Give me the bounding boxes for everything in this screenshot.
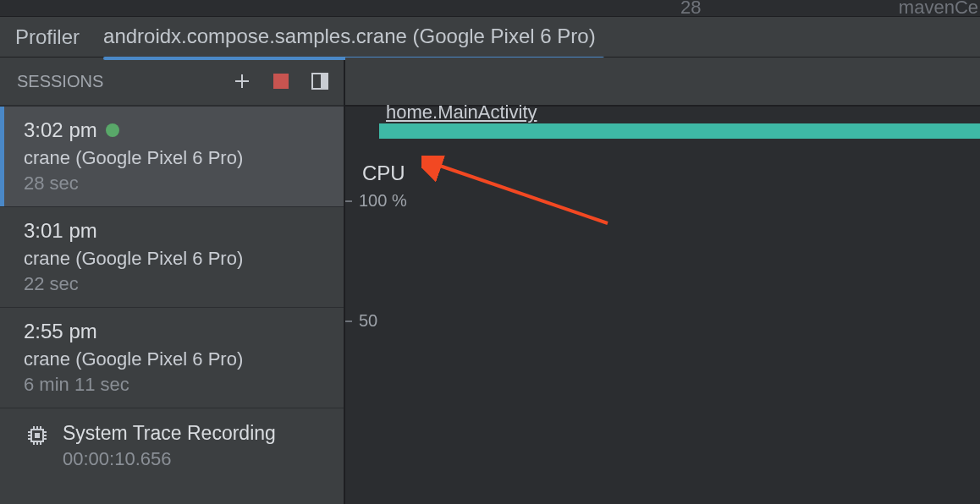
profiler-tab[interactable]: Profiler bbox=[15, 25, 80, 49]
session-time: 3:02 pm bbox=[24, 118, 97, 142]
axis-tick-50: 50 bbox=[345, 311, 377, 331]
trace-recording-item[interactable]: System Trace Recording 00:00:10.656 bbox=[0, 408, 344, 484]
axis-tick-100: 100 % bbox=[345, 191, 407, 211]
stop-icon bbox=[273, 74, 289, 89]
add-session-button[interactable] bbox=[232, 71, 252, 91]
session-duration: 28 sec bbox=[24, 173, 327, 194]
code-fragment: mavenCe bbox=[899, 0, 978, 19]
session-device: crane (Google Pixel 6 Pro) bbox=[24, 348, 327, 370]
recording-label: System Trace Recording bbox=[63, 422, 276, 445]
line-number: 28 bbox=[680, 0, 701, 19]
session-device: crane (Google Pixel 6 Pro) bbox=[24, 147, 327, 169]
cpu-chip-icon bbox=[25, 424, 49, 451]
session-item[interactable]: 3:02 pm crane (Google Pixel 6 Pro) 28 se… bbox=[0, 107, 344, 207]
sessions-sidebar: SESSIONS 3:02 pm crane (Google Pixel 6 P… bbox=[0, 58, 345, 504]
profiler-header: Profiler androidx.compose.samples.crane … bbox=[0, 17, 980, 58]
recording-timestamp: 00:00:10.656 bbox=[63, 448, 276, 470]
stop-recording-button[interactable] bbox=[271, 71, 291, 91]
session-time: 3:01 pm bbox=[24, 219, 97, 243]
cpu-section-label[interactable]: CPU bbox=[362, 162, 405, 185]
session-duration: 6 min 11 sec bbox=[24, 374, 327, 396]
panel-icon bbox=[311, 73, 328, 90]
session-duration: 22 sec bbox=[24, 273, 327, 295]
recording-status-icon bbox=[106, 123, 119, 137]
sessions-title: SESSIONS bbox=[17, 72, 103, 91]
editor-strip: 28 mavenCe bbox=[0, 0, 980, 17]
session-device: crane (Google Pixel 6 Pro) bbox=[24, 248, 327, 270]
sessions-header: SESSIONS bbox=[0, 58, 344, 107]
session-item[interactable]: 3:01 pm crane (Google Pixel 6 Pro) 22 se… bbox=[0, 207, 344, 308]
annotation-arrow bbox=[421, 156, 616, 232]
activity-label[interactable]: home.MainActivity bbox=[386, 101, 537, 123]
profiler-main[interactable]: home.MainActivity CPU 100 % 50 bbox=[345, 58, 980, 504]
svg-rect-2 bbox=[321, 74, 328, 89]
svg-rect-0 bbox=[273, 74, 289, 89]
svg-rect-4 bbox=[35, 433, 40, 438]
session-item[interactable]: 2:55 pm crane (Google Pixel 6 Pro) 6 min… bbox=[0, 308, 344, 408]
toggle-panel-button[interactable] bbox=[310, 71, 330, 91]
timeline-header bbox=[345, 58, 980, 107]
svg-line-5 bbox=[435, 164, 608, 223]
session-time: 2:55 pm bbox=[24, 320, 97, 343]
process-tab[interactable]: androidx.compose.samples.crane (Google P… bbox=[103, 25, 596, 50]
plus-icon bbox=[234, 73, 251, 90]
activity-track[interactable] bbox=[379, 123, 980, 139]
